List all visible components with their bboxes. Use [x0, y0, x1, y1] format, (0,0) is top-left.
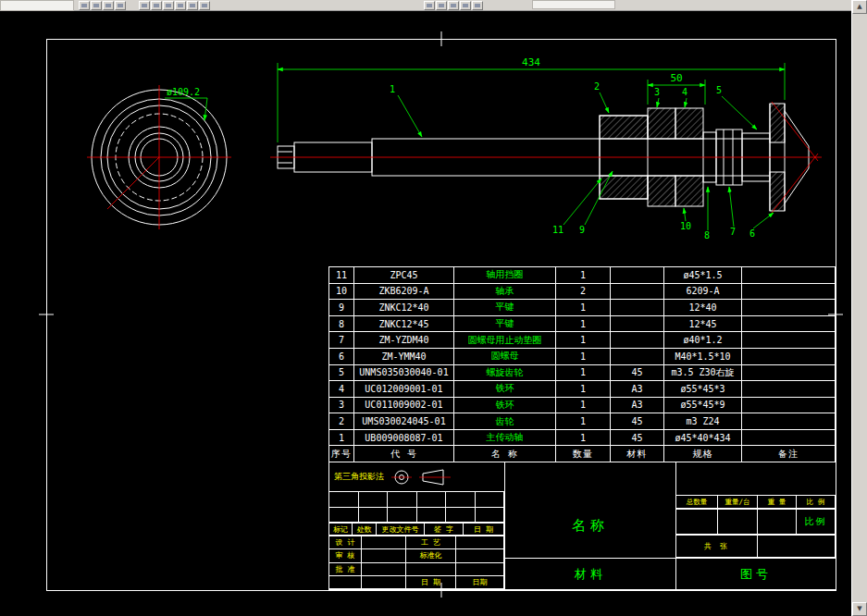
toolbar-group — [139, 1, 210, 10]
toolbar-combobox[interactable] — [532, 0, 615, 9]
toolbar-button-icon[interactable] — [151, 1, 162, 10]
projection-method: 第三角投影法 — [329, 462, 505, 492]
bom-cell-remark — [742, 332, 836, 349]
bom-cell-material: 45 — [611, 430, 664, 447]
bom-cell-remark — [742, 413, 836, 430]
signature-cell — [456, 563, 504, 576]
bom-cell-remark — [742, 430, 836, 447]
toolbar-button-icon[interactable] — [163, 1, 174, 10]
toolbar-button-icon[interactable] — [115, 1, 126, 10]
qty-scale-value-cell — [676, 510, 718, 535]
side-view-centerlines — [270, 102, 822, 213]
bom-cell-qty: 1 — [556, 349, 611, 365]
toolbar-group — [79, 1, 126, 10]
bom-cell-spec: 6209-A — [664, 284, 742, 301]
part-label: 2 — [594, 81, 600, 92]
part-label: 11 — [552, 225, 564, 235]
qty-scale-value-cell — [758, 510, 797, 535]
drawing-canvas[interactable]: ø109.2 434 50 1 2 3 4 5 6 7 8 9 10 11 11… — [0, 0, 867, 616]
bom-cell-material: 45 — [611, 365, 664, 382]
toolbar-button-icon[interactable] — [139, 1, 150, 10]
bom-cell-no: 4 — [329, 381, 354, 398]
bom-cell-code: UC011009002-01 — [354, 398, 454, 414]
toolbar — [0, 0, 867, 11]
bom-cell-spec: ø45*40*434 — [664, 430, 742, 447]
toolbar-button-icon[interactable] — [424, 1, 435, 10]
bom-cell-remark — [742, 381, 836, 398]
toolbar-button-icon[interactable] — [91, 1, 102, 10]
bom-cell-qty: 1 — [556, 413, 611, 430]
bom-cell-material: 45 — [611, 413, 664, 430]
revision-grid-cell — [359, 508, 389, 524]
signature-cell: 工 艺 — [406, 536, 456, 549]
toolbar-button-icon[interactable] — [460, 1, 471, 10]
bom-cell-spec: ø55*45*3 — [664, 381, 742, 398]
bom-cell-code: ZNKC12*40 — [354, 300, 454, 316]
bom-cell-code: ZKB6209-A — [354, 284, 454, 301]
front-view-centerlines — [87, 85, 231, 229]
revision-grid-cell — [446, 492, 476, 508]
revision-grid-cell — [359, 492, 389, 508]
revision-header-row: 标记处数更改文件号签 字日 期 — [329, 524, 505, 536]
revision-grid-cell — [446, 508, 476, 524]
bom-cell-no: 1 — [329, 430, 354, 447]
bom-table: 11ZPC45轴用挡圈1ø45*1.510ZKB6209-A轴承26209-A9… — [328, 266, 836, 462]
bom-cell-material — [611, 316, 664, 333]
bom-cell-qty: 1 — [556, 267, 611, 284]
toolbar-button-icon[interactable] — [79, 1, 90, 10]
signature-cell — [406, 563, 456, 576]
toolbar-button-icon[interactable] — [187, 1, 198, 10]
bom-header-cell: 材料 — [611, 446, 664, 462]
vertical-scrollbar[interactable]: ▲ ▼ — [851, 0, 867, 616]
toolbar-button-icon[interactable] — [103, 1, 114, 10]
bom-cell-name: 主传动轴 — [454, 430, 556, 447]
bom-header-cell: 序号 — [329, 446, 354, 462]
scroll-up-icon[interactable]: ▲ — [852, 0, 867, 14]
bom-header-cell: 备注 — [742, 446, 836, 462]
bom-cell-no: 8 — [329, 316, 354, 333]
toolbar-button-icon[interactable] — [436, 1, 447, 10]
signature-cell — [362, 576, 406, 589]
bom-cell-name: 螺旋齿轮 — [454, 365, 556, 382]
toolbar-button-icon[interactable] — [472, 1, 483, 10]
revision-grid-cell — [417, 508, 447, 524]
bom-cell-code: ZM-YZDM40 — [354, 332, 454, 349]
bom-cell-code: UNMS035030040-01 — [354, 365, 454, 382]
bom-cell-name: 齿轮 — [454, 413, 556, 430]
bom-cell-qty: 1 — [556, 365, 611, 382]
toolbar-group — [424, 1, 483, 10]
bom-cell-qty: 1 — [556, 332, 611, 349]
bom-cell-material: A3 — [611, 381, 664, 398]
qty-scale-header-cell: 重量/台 — [718, 496, 758, 509]
bom-cell-code: ZNKC12*45 — [354, 316, 454, 333]
bom-cell-spec: ø55*45*9 — [664, 398, 742, 414]
bom-cell-name: 轴用挡圈 — [454, 267, 556, 284]
part-label: 7 — [730, 227, 736, 237]
projection-label: 第三角投影法 — [334, 471, 384, 483]
toolbar-button-icon[interactable] — [199, 1, 210, 10]
bom-cell-material — [611, 300, 664, 316]
bom-cell-remark — [742, 284, 836, 301]
sheet-count-cell — [758, 536, 836, 558]
part-label: 3 — [654, 87, 660, 97]
bom-cell-remark — [742, 316, 836, 333]
signature-cell: 设 计 — [329, 536, 362, 549]
part-label: 9 — [579, 225, 585, 235]
toolbar-field — [0, 0, 74, 11]
toolbar-button-icon[interactable] — [448, 1, 459, 10]
bom-cell-spec: m3 Z24 — [664, 413, 742, 430]
signature-cell — [456, 536, 504, 549]
bom-cell-name: 平键 — [454, 316, 556, 333]
revision-grid — [329, 492, 505, 524]
bom-cell-material — [611, 267, 664, 284]
toolbar-button-icon[interactable] — [175, 1, 186, 10]
bom-cell-material — [611, 284, 664, 301]
bom-cell-qty: 1 — [556, 316, 611, 333]
bom-cell-no: 5 — [329, 365, 354, 382]
signature-cell: 标准化 — [406, 549, 456, 562]
bom-cell-no: 2 — [329, 413, 354, 430]
bom-header-cell: 名 称 — [454, 446, 556, 462]
bom-cell-name: 轴承 — [454, 284, 556, 301]
title-block: 第三角投影法 标记处数更改文件号签 字日 期 设 计工 艺审 核标准化批 准日 … — [328, 462, 836, 590]
scroll-down-icon[interactable]: ▼ — [852, 602, 867, 616]
